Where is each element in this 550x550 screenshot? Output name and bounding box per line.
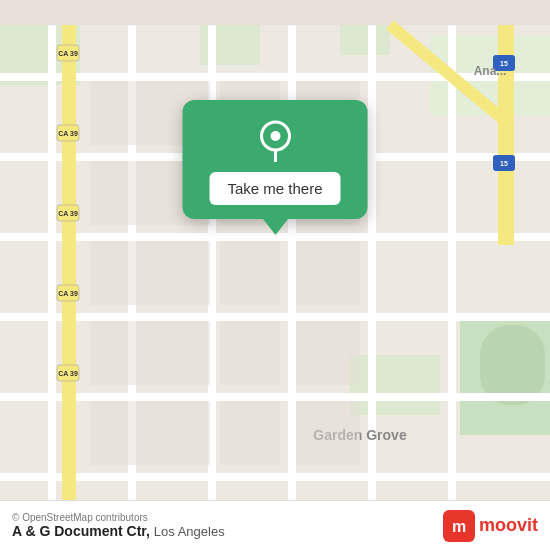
- location-popup: Take me there: [183, 100, 368, 219]
- map-container: CA 39 CA 39 CA 39 CA 39 CA 39 15 15 Gard…: [0, 0, 550, 550]
- svg-rect-52: [296, 241, 360, 305]
- svg-rect-53: [296, 321, 360, 385]
- svg-rect-13: [0, 473, 550, 481]
- svg-rect-49: [220, 401, 280, 465]
- take-me-there-button[interactable]: Take me there: [209, 172, 340, 205]
- svg-rect-12: [0, 393, 550, 401]
- svg-point-56: [270, 131, 280, 141]
- svg-rect-48: [220, 321, 280, 385]
- moovit-logo: m moovit: [443, 510, 538, 542]
- svg-rect-47: [220, 241, 280, 305]
- svg-rect-43: [90, 321, 210, 385]
- bottom-bar: © OpenStreetMap contributors A & G Docum…: [0, 500, 550, 550]
- svg-text:CA 39: CA 39: [58, 370, 78, 377]
- svg-rect-14: [48, 25, 56, 525]
- svg-rect-44: [90, 401, 210, 465]
- svg-text:15: 15: [500, 160, 508, 167]
- svg-text:CA 39: CA 39: [58, 130, 78, 137]
- svg-rect-11: [0, 313, 550, 321]
- svg-rect-54: [296, 401, 360, 465]
- svg-rect-18: [368, 25, 376, 525]
- svg-rect-3: [340, 25, 390, 55]
- svg-text:CA 39: CA 39: [58, 210, 78, 217]
- map-background: CA 39 CA 39 CA 39 CA 39 CA 39 15 15 Gard…: [0, 0, 550, 550]
- svg-text:Ana...: Ana...: [474, 64, 507, 78]
- svg-rect-42: [90, 241, 210, 305]
- svg-rect-8: [0, 73, 550, 81]
- place-info: © OpenStreetMap contributors A & G Docum…: [12, 512, 225, 539]
- moovit-icon: m: [443, 510, 475, 542]
- map-attribution: © OpenStreetMap contributors: [12, 512, 225, 523]
- moovit-text: moovit: [479, 515, 538, 536]
- svg-rect-7: [350, 355, 440, 415]
- pin-icon: [253, 118, 297, 162]
- svg-rect-19: [448, 25, 456, 525]
- svg-text:CA 39: CA 39: [58, 50, 78, 57]
- svg-rect-20: [62, 25, 76, 525]
- svg-text:m: m: [452, 518, 466, 535]
- svg-text:CA 39: CA 39: [58, 290, 78, 297]
- place-name: A & G Document Ctr, Los Angeles: [12, 523, 225, 539]
